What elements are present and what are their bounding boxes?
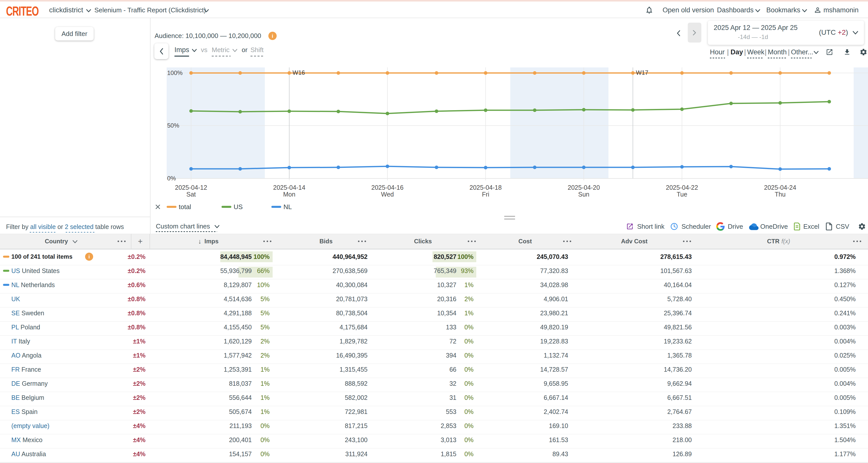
svg-text:Sun: Sun [578,191,589,198]
svg-text:2025-04-18: 2025-04-18 [469,184,502,191]
svg-text:Wed: Wed [381,191,394,198]
svg-text:Tue: Tue [677,191,687,198]
svg-text:Mon: Mon [283,191,296,198]
svg-text:Sat: Sat [186,191,196,198]
svg-text:W16: W16 [292,69,305,76]
svg-text:W17: W17 [636,69,648,76]
svg-text:2025-04-24: 2025-04-24 [764,184,796,191]
svg-text:50%: 50% [167,122,179,129]
svg-text:Thu: Thu [775,191,785,198]
svg-text:100%: 100% [167,69,183,76]
svg-text:0%: 0% [167,175,176,182]
svg-text:2025-04-16: 2025-04-16 [371,184,404,191]
svg-text:2025-04-12: 2025-04-12 [175,184,207,191]
svg-text:Fri: Fri [482,191,489,198]
svg-text:2025-04-20: 2025-04-20 [568,184,600,191]
svg-text:2025-04-22: 2025-04-22 [666,184,698,191]
svg-text:2025-04-14: 2025-04-14 [273,184,305,191]
